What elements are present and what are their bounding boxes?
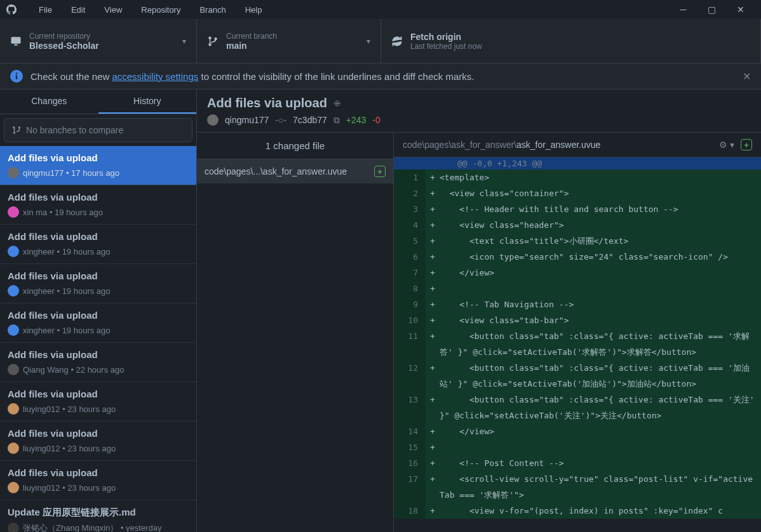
file-status-added-icon: +	[741, 139, 752, 150]
commit-item-title: Add files via upload	[8, 389, 189, 399]
repo-name: Blessed-Scholar	[29, 41, 175, 51]
line-sign: +	[426, 455, 440, 471]
commit-item-title: Add files via upload	[8, 310, 189, 321]
diff-line: 5+ <text class="title">小研圈</text>	[394, 233, 761, 249]
commit-item-title: Add files via upload	[8, 270, 189, 281]
commit-item[interactable]: Add files via uploadxingheer • 19 hours …	[0, 303, 196, 343]
commit-item[interactable]: Add files via uploadxingheer • 19 hours …	[0, 225, 196, 264]
banner-text: Check out the new accessibility settings…	[30, 71, 474, 82]
banner-close-button[interactable]: ✕	[743, 70, 751, 83]
diff-line: 17+ <scroll-view scroll-y="true" class="…	[394, 471, 761, 503]
diff-line: 10+ <view class="tab-bar">	[394, 312, 761, 328]
menu-file[interactable]: File	[29, 2, 62, 18]
commit-item-title: Add files via upload	[8, 428, 189, 439]
titlebar: FileEditViewRepositoryBranchHelp ─ ▢ ✕	[0, 0, 761, 19]
branch-icon	[207, 36, 219, 47]
line-sign: +	[426, 233, 440, 249]
commit-item-meta: xin ma • 19 hours ago	[8, 206, 189, 218]
line-sign: +	[426, 201, 440, 217]
menu-edit[interactable]: Edit	[62, 2, 95, 18]
diff-panel: code\pages\ask_for_answer\ask_for_answer…	[394, 133, 761, 532]
commit-item-meta: xingheer • 19 hours ago	[8, 285, 189, 296]
window-minimize-button[interactable]: ─	[669, 0, 697, 19]
hunk-header: @@ -0,0 +1,243 @@	[394, 157, 761, 170]
avatar	[8, 285, 19, 296]
diff-line: 6+ <icon type="search" size="24" class="…	[394, 249, 761, 265]
line-code: <view class="container">	[440, 185, 574, 201]
commit-item[interactable]: Update 应用原型链接展示.md张铭心（Zhang Mingxin） • y…	[0, 500, 196, 532]
changed-files-header: 1 changed file	[197, 133, 393, 159]
svg-point-5	[215, 37, 217, 39]
line-number: 11	[394, 328, 426, 360]
diff-line: 4+ <view class="header">	[394, 217, 761, 233]
commit-item[interactable]: Add files via uploadQiang Wang • 22 hour…	[0, 343, 196, 382]
diff-body[interactable]: @@ -0,0 +1,243 @@ 1+<template>2+ <view c…	[394, 157, 761, 532]
line-sign: +	[426, 360, 440, 392]
diff-line: 8+	[394, 281, 761, 296]
branch-label: Current branch	[226, 32, 359, 41]
avatar	[8, 324, 19, 336]
commit-item[interactable]: Add files via uploadliuying012 • 23 hour…	[0, 461, 196, 500]
commit-item-meta: Qiang Wang • 22 hours ago	[8, 364, 189, 375]
diff-line: 13+ <button class="tab" :class="{ active…	[394, 392, 761, 423]
line-sign: +	[426, 439, 440, 455]
current-branch-dropdown[interactable]: Current branch main ▾	[197, 19, 381, 63]
desktop-icon	[10, 36, 22, 47]
line-sign: +	[426, 170, 440, 185]
line-number: 7	[394, 265, 426, 281]
line-number: 13	[394, 392, 426, 423]
window-close-button[interactable]: ✕	[726, 0, 755, 19]
lines-added: +243	[346, 115, 367, 125]
avatar	[8, 246, 19, 257]
chevron-down-icon: ▾	[367, 37, 370, 46]
diff-line: 18+ <view v-for="(post, index) in posts"…	[394, 503, 761, 519]
menu-view[interactable]: View	[95, 2, 131, 18]
avatar	[207, 114, 219, 126]
line-code: <!-- Post Content -->	[440, 455, 569, 471]
line-number: 3	[394, 201, 426, 217]
diff-line: 1+<template>	[394, 170, 761, 185]
line-number: 15	[394, 439, 426, 455]
menu-help[interactable]: Help	[236, 2, 272, 18]
line-number: 18	[394, 503, 426, 519]
line-sign: +	[426, 281, 440, 296]
diff-line: 15+	[394, 439, 761, 455]
line-sign: +	[426, 312, 440, 328]
commit-item[interactable]: Add files via uploadxingheer • 19 hours …	[0, 264, 196, 303]
line-sign: +	[426, 423, 440, 439]
line-code: <button class="tab" :class="{ active: ac…	[440, 392, 761, 423]
commit-item-title: Add files via upload	[8, 349, 189, 360]
expand-icon[interactable]: ⁜	[333, 98, 341, 109]
commit-title: Add files via upload	[207, 96, 327, 110]
toolbar: Current repository Blessed-Scholar ▾ Cur…	[0, 19, 761, 63]
commit-item[interactable]: Add files via uploadliuying012 • 23 hour…	[0, 382, 196, 422]
accessibility-settings-link[interactable]: accessibility settings	[112, 71, 198, 82]
window-maximize-button[interactable]: ▢	[697, 0, 726, 19]
line-number: 6	[394, 249, 426, 265]
commit-item[interactable]: Add files via uploadqingmu177 • 17 hours…	[0, 146, 196, 185]
svg-point-4	[209, 43, 211, 45]
line-number: 10	[394, 312, 426, 328]
svg-point-3	[209, 37, 211, 39]
fetch-origin-button[interactable]: Fetch origin Last fetched just now	[381, 19, 761, 63]
compare-icon	[12, 126, 21, 135]
menu-branch[interactable]: Branch	[190, 2, 235, 18]
fetch-label: Fetch origin	[410, 32, 750, 42]
menu-repository[interactable]: Repository	[131, 2, 190, 18]
diff-line: 3+ <!-- Header with title and search but…	[394, 201, 761, 217]
commit-item[interactable]: Add files via uploadliuying012 • 23 hour…	[0, 422, 196, 461]
diff-settings-button[interactable]: ⚙ ▾	[719, 140, 734, 150]
current-repository-dropdown[interactable]: Current repository Blessed-Scholar ▾	[0, 19, 197, 63]
file-item[interactable]: code\pages\...\ask_for_answer.uvue+	[197, 159, 393, 183]
copy-sha-button[interactable]: ⧉	[333, 115, 340, 126]
commit-item-meta: liuying012 • 23 hours ago	[8, 442, 189, 454]
commit-item[interactable]: Add files via uploadxin ma • 19 hours ag…	[0, 185, 196, 225]
info-icon	[10, 70, 23, 83]
commit-author: qingmu177	[225, 115, 269, 125]
history-list[interactable]: Add files via uploadqingmu177 • 17 hours…	[0, 146, 196, 532]
branch-compare-dropdown[interactable]: No branches to compare	[4, 118, 192, 142]
tab-changes[interactable]: Changes	[0, 90, 98, 114]
avatar	[8, 167, 19, 178]
tab-history[interactable]: History	[98, 90, 197, 114]
commit-item-meta: xingheer • 19 hours ago	[8, 324, 189, 336]
